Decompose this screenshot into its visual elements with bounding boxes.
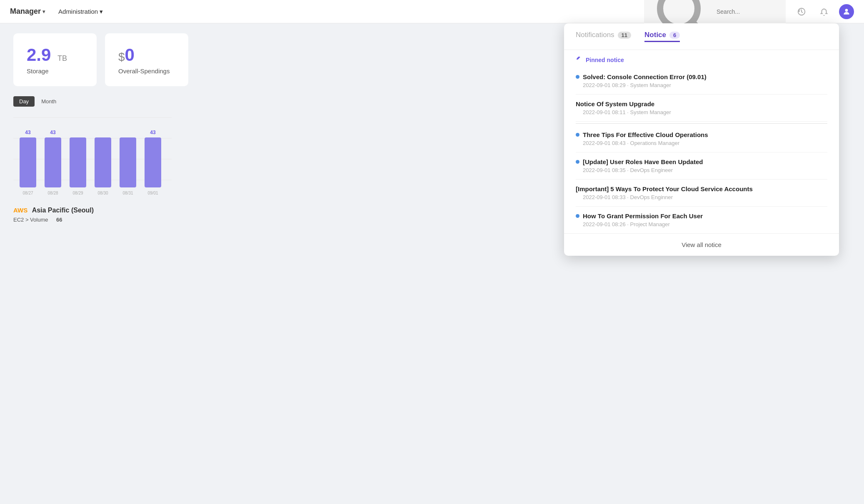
notice-meta-6: 2022-09-01 08:26 · Project Manager xyxy=(583,221,827,227)
notification-icon-btn[interactable] xyxy=(817,4,832,19)
storage-unit: TB xyxy=(57,54,67,62)
spendings-label: Overall-Spendings xyxy=(118,67,175,75)
notice-date-6: 2022-09-01 08:26 xyxy=(583,221,626,227)
pinned-label: Pinned notice xyxy=(576,50,827,67)
notice-title-text-6: How To Grant Permission For Each User xyxy=(583,212,703,220)
notice-date-4: 2022-09-01 08:35 xyxy=(583,167,626,173)
notice-tab-label: Notice xyxy=(644,31,666,39)
notice-title-2: Notice Of System Upgrade xyxy=(576,100,827,107)
notice-item-1[interactable]: Solved: Console Connection Error (09.01)… xyxy=(576,67,827,95)
notice-badge: 6 xyxy=(669,32,680,39)
pinned-divider xyxy=(576,123,827,124)
notice-item-6[interactable]: How To Grant Permission For Each User 20… xyxy=(576,207,827,233)
notice-sep-4: · xyxy=(627,167,630,173)
notice-item-5[interactable]: [Important] 5 Ways To Protect Your Cloud… xyxy=(576,180,827,207)
notice-title-text-3: Three Tips For Effective Cloud Operation… xyxy=(583,131,708,138)
notice-title-4: [Update] User Roles Have Been Updated xyxy=(576,158,827,165)
notice-date-5: 2022-09-01 08:33 xyxy=(583,194,626,200)
notice-dropdown: Notifications 11 Notice 6 Pinned notice … xyxy=(564,23,839,233)
unread-dot-4 xyxy=(576,160,579,164)
notice-author-1: System Manager xyxy=(630,82,671,88)
sub-label: EC2 > Volume xyxy=(13,217,48,223)
notice-date-1: 2022-09-01 08:29 xyxy=(583,82,626,88)
spendings-number: 0 xyxy=(125,45,135,65)
notice-sep-6: · xyxy=(627,221,630,227)
svg-point-3 xyxy=(845,9,848,12)
notice-date-3: 2022-09-01 08:43 xyxy=(583,140,626,146)
sub-value: 66 xyxy=(56,217,62,223)
nav-logo[interactable]: Manager ▾ xyxy=(10,7,45,16)
spendings-card: $0 Overall-Spendings xyxy=(105,33,188,86)
notice-meta-1: 2022-09-01 08:29 · System Manager xyxy=(583,82,827,88)
storage-number: 2.9 xyxy=(27,45,51,65)
aws-label: AWS xyxy=(13,207,27,214)
notice-date-2: 2022-09-01 08:11 xyxy=(583,109,626,115)
svg-rect-10 xyxy=(45,137,61,187)
notice-author-2: System Manager xyxy=(630,109,671,115)
dropdown-body: Pinned notice Solved: Console Connection… xyxy=(564,50,839,233)
notice-title-3: Three Tips For Effective Cloud Operation… xyxy=(576,131,827,138)
logo-chevron: ▾ xyxy=(42,9,45,15)
nav-icons xyxy=(794,4,854,19)
search-input[interactable] xyxy=(717,8,779,15)
user-avatar[interactable] xyxy=(839,4,854,19)
month-button[interactable]: Month xyxy=(35,96,62,107)
notice-item-2[interactable]: Notice Of System Upgrade 2022-09-01 08:1… xyxy=(576,95,827,122)
tab-notice[interactable]: Notice 6 xyxy=(644,31,680,42)
notice-title-5: [Important] 5 Ways To Protect Your Cloud… xyxy=(576,185,827,192)
region-title: Asia Pacific (Seoul) xyxy=(32,207,94,214)
svg-text:43: 43 xyxy=(50,130,56,135)
bell-icon xyxy=(819,7,829,16)
spendings-value: $0 xyxy=(118,45,175,65)
top-nav: Manager ▾ Administration ▾ xyxy=(0,0,864,23)
notice-title-6: How To Grant Permission For Each User xyxy=(576,212,827,220)
svg-text:08/28: 08/28 xyxy=(47,191,58,195)
notice-title-1: Solved: Console Connection Error (09.01) xyxy=(576,73,827,80)
logo-text: Manager xyxy=(10,7,41,16)
svg-text:08/30: 08/30 xyxy=(97,191,108,195)
history-icon-btn[interactable] xyxy=(794,4,809,19)
tab-notifications[interactable]: Notifications 11 xyxy=(576,31,631,42)
storage-card: 2.9 TB Storage xyxy=(13,33,97,86)
svg-rect-12 xyxy=(70,137,86,187)
notice-title-text-1: Solved: Console Connection Error (09.01) xyxy=(583,73,707,80)
bar-chart-svg: 43 43 43 08/27 08/28 08/29 xyxy=(13,113,172,197)
day-button[interactable]: Day xyxy=(13,96,35,107)
notice-meta-2: 2022-09-01 08:11 · System Manager xyxy=(583,109,827,115)
pinned-label-text: Pinned notice xyxy=(586,57,624,63)
notice-sep-5: · xyxy=(627,194,630,200)
notice-sep-1: · xyxy=(627,82,630,88)
admin-text: Administration xyxy=(58,8,98,15)
dropdown-tabs: Notifications 11 Notice 6 xyxy=(564,23,839,50)
notice-author-6: Project Manager xyxy=(630,221,670,227)
unread-dot-6 xyxy=(576,214,579,218)
notice-sep-3: · xyxy=(627,140,630,146)
storage-value: 2.9 TB xyxy=(27,45,83,65)
notice-title-text-5: [Important] 5 Ways To Protect Your Cloud… xyxy=(576,185,753,192)
svg-text:43: 43 xyxy=(150,130,156,135)
svg-rect-13 xyxy=(95,137,111,187)
nav-admin[interactable]: Administration ▾ xyxy=(58,8,103,15)
notice-title-text-2: Notice Of System Upgrade xyxy=(576,100,654,107)
notice-author-4: DevOps Engineer xyxy=(630,167,673,173)
notice-item-3[interactable]: Three Tips For Effective Cloud Operation… xyxy=(576,125,827,152)
dollar-sign: $ xyxy=(118,50,125,63)
notice-sep-2: · xyxy=(627,109,630,115)
user-icon xyxy=(842,7,851,16)
region-info: AWS Asia Pacific (Seoul) EC2 > Volume 66 xyxy=(13,207,94,223)
svg-rect-14 xyxy=(120,137,136,187)
history-icon xyxy=(797,7,806,16)
svg-text:08/29: 08/29 xyxy=(72,191,83,195)
svg-rect-15 xyxy=(145,137,161,187)
notice-meta-5: 2022-09-01 08:33 · DevOps Enginner xyxy=(583,194,827,200)
notifications-tab-label: Notifications xyxy=(576,31,614,39)
svg-text:08/31: 08/31 xyxy=(122,191,133,195)
notice-author-5: DevOps Enginner xyxy=(630,194,673,200)
notice-meta-4: 2022-09-01 08:35 · DevOps Engineer xyxy=(583,167,827,173)
notice-author-3: Operations Manager xyxy=(630,140,680,146)
svg-rect-8 xyxy=(20,137,36,187)
notice-item-4[interactable]: [Update] User Roles Have Been Updated 20… xyxy=(576,152,827,180)
notice-title-text-4: [Update] User Roles Have Been Updated xyxy=(583,158,703,165)
admin-chevron: ▾ xyxy=(100,8,103,15)
notifications-badge: 11 xyxy=(618,32,631,39)
